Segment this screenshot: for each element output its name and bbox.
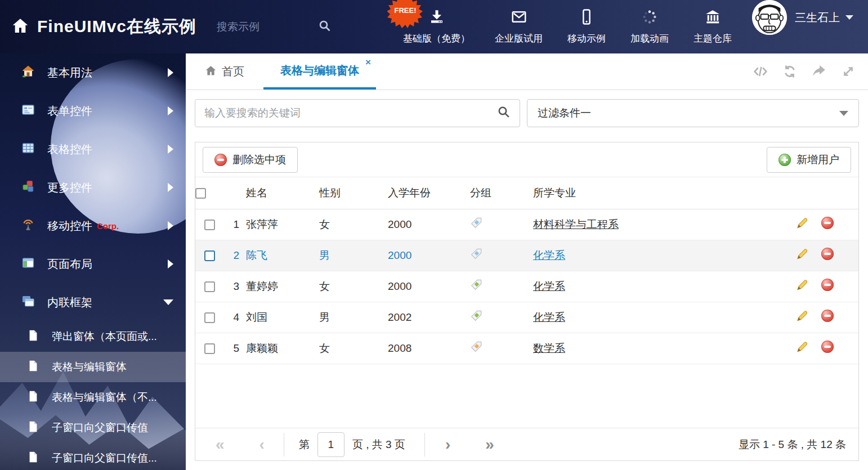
delete-row-icon[interactable] — [821, 248, 834, 260]
home-icon — [11, 17, 29, 37]
sidebar-item-page-layout[interactable]: 页面布局 — [0, 245, 186, 283]
sidebar-subitem-popup-window[interactable]: 弹出窗体（本页面或... — [0, 321, 186, 352]
chevron-right-icon — [168, 183, 173, 192]
prev-page-button[interactable]: ‹ — [259, 437, 265, 453]
tab-home[interactable]: 首页 — [194, 53, 256, 89]
row-checkbox[interactable] — [204, 250, 215, 261]
sidebar-item-grid-controls[interactable]: 表格控件 — [0, 130, 186, 168]
cell-year: 2008 — [388, 333, 470, 364]
keyword-search-input[interactable] — [204, 107, 497, 119]
refresh-icon[interactable] — [782, 64, 797, 79]
row-index: 5 — [223, 333, 246, 364]
delete-row-icon[interactable] — [821, 310, 834, 322]
nav-enterprise-trial[interactable]: 企业版试用 — [482, 0, 555, 53]
sidebar-subitem-grid-edit-window[interactable]: 表格与编辑窗体 — [0, 352, 186, 382]
download-icon — [428, 8, 445, 28]
sidebar-item-more-controls[interactable]: 更多控件 — [0, 168, 186, 207]
nav-mobile-demo[interactable]: 移动示例 — [555, 0, 618, 53]
page-label-prefix: 第 — [299, 437, 310, 452]
sidebar-subitem-child-to-parent[interactable]: 子窗口向父窗口传值 — [0, 413, 186, 443]
corp-badge: Corp. — [97, 221, 119, 231]
row-checkbox[interactable] — [204, 343, 215, 354]
page-number-input[interactable] — [317, 432, 344, 457]
major-link[interactable]: 化学系 — [533, 249, 565, 261]
sidebar-subitem-grid-edit-window-2[interactable]: 表格与编辑窗体（不... — [0, 382, 186, 413]
antenna-icon — [21, 218, 35, 234]
last-page-button[interactable]: » — [485, 437, 494, 453]
frames-icon — [21, 294, 35, 310]
user-menu[interactable]: 三生石上 — [744, 0, 868, 35]
chevron-down-icon — [845, 15, 853, 20]
file-icon — [27, 360, 39, 374]
major-link[interactable]: 数学系 — [533, 342, 565, 354]
tag-icon — [470, 217, 482, 229]
app-logo[interactable]: FineUIMvc在线示例 — [0, 15, 196, 38]
sidebar-subitem-label: 弹出窗体（本页面或... — [52, 329, 157, 344]
chevron-right-icon — [168, 221, 173, 230]
nav-theme-store[interactable]: 主题仓库 — [681, 0, 744, 53]
expand-icon[interactable] — [841, 64, 856, 79]
layout-icon — [21, 256, 35, 272]
delete-row-icon[interactable] — [821, 279, 834, 291]
table-row[interactable]: 5 康颖颖 女 2008 数学系 — [195, 333, 858, 364]
nav-loading-animation[interactable]: 加载动画 — [618, 0, 681, 53]
cell-year: 2000 — [388, 209, 470, 240]
edit-icon[interactable] — [795, 247, 809, 261]
row-checkbox[interactable] — [204, 312, 215, 323]
edit-icon[interactable] — [795, 278, 809, 292]
search-icon[interactable] — [318, 19, 332, 35]
sidebar-subitem-label: 表格与编辑窗体（不... — [52, 390, 157, 405]
select-all-checkbox[interactable] — [195, 188, 206, 199]
edit-icon[interactable] — [795, 216, 809, 230]
nav-label: 主题仓库 — [693, 32, 732, 45]
sidebar-item-iframe[interactable]: 内联框架 — [0, 283, 186, 321]
filter-select[interactable]: 过滤条件一 — [527, 99, 859, 127]
next-page-button[interactable]: › — [445, 437, 450, 453]
sidebar-item-mobile-controls[interactable]: 移动控件 Corp. — [0, 207, 186, 245]
source-code-icon[interactable] — [753, 64, 768, 79]
sidebar-submenu: 弹出窗体（本页面或... 表格与编辑窗体 表格与编辑窗体（不... 子窗口向父窗… — [0, 321, 186, 470]
spinner-icon — [641, 8, 658, 28]
edit-icon[interactable] — [795, 309, 809, 323]
search-icon[interactable] — [497, 105, 511, 121]
table-header-row: 姓名 性别 入学年份 分组 所学专业 — [195, 177, 858, 209]
major-link[interactable]: 化学系 — [533, 280, 565, 292]
delete-row-icon[interactable] — [821, 341, 834, 353]
mobile-icon — [578, 8, 595, 28]
table-row[interactable]: 1 张萍萍 女 2000 材料科学与工程系 — [195, 209, 858, 240]
table-row[interactable]: 3 董婷婷 女 2000 化学系 — [195, 271, 858, 302]
nav-label: 加载动画 — [630, 32, 669, 45]
sidebar-item-form-controls[interactable]: 表单控件 — [0, 92, 186, 130]
header-nav: FREE! 基础版（免费） 企业版试用 移动示例 — [391, 0, 868, 53]
table-row[interactable]: 2 陈飞 男 2000 化学系 — [195, 240, 858, 271]
tab-label: 表格与编辑窗体 — [280, 63, 359, 78]
tab-label: 首页 — [222, 64, 244, 79]
form-icon — [21, 103, 35, 119]
add-user-button[interactable]: 新增用户 — [767, 147, 851, 173]
cell-name: 董婷婷 — [246, 271, 319, 302]
sidebar-item-label: 更多控件 — [47, 180, 92, 195]
table-row[interactable]: 4 刘国 男 2002 化学系 — [195, 302, 858, 333]
sidebar-subitem-label: 表格与编辑窗体 — [52, 360, 127, 374]
close-icon[interactable]: × — [365, 57, 371, 67]
sidebar-subitem-child-to-parent-2[interactable]: 子窗口向父窗口传值... — [0, 443, 186, 470]
edit-icon[interactable] — [795, 340, 809, 353]
tab-toolbar — [753, 53, 868, 89]
cell-year: 2000 — [388, 271, 470, 302]
delete-row-icon[interactable] — [821, 217, 834, 229]
row-checkbox[interactable] — [204, 220, 215, 230]
major-link[interactable]: 材料科学与工程系 — [533, 218, 619, 230]
free-badge[interactable]: FREE! — [387, 0, 423, 28]
major-link[interactable]: 化学系 — [533, 311, 565, 323]
sidebar-item-basic-usage[interactable]: 基本用法 — [0, 53, 186, 92]
row-checkbox[interactable] — [204, 281, 215, 292]
header-search-input[interactable] — [217, 21, 301, 33]
avatar — [752, 0, 787, 35]
keyword-search-box — [195, 99, 520, 127]
delete-selected-button[interactable]: 删除选中项 — [203, 147, 298, 173]
tab-grid-edit-window[interactable]: 表格与编辑窗体 × — [263, 53, 376, 89]
share-forward-icon[interactable] — [812, 64, 826, 79]
nav-label: 移动示例 — [567, 32, 606, 45]
first-page-button[interactable]: « — [216, 437, 225, 453]
row-index: 2 — [223, 240, 246, 271]
